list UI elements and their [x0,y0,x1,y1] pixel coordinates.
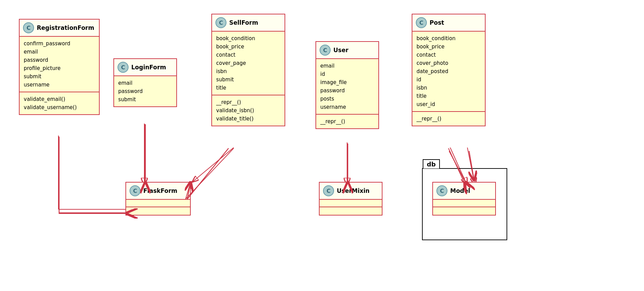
method-validate-username: validate_username() [24,103,95,112]
attr-username: username [24,81,95,89]
attr-email: email [24,48,95,56]
class-post-methods: __repr__() [412,112,485,126]
class-model: C Model [432,182,496,216]
class-model-s2 [433,207,495,215]
class-flaskform-title: FlaskForm [143,187,177,194]
attr-u-email: email [320,62,374,70]
class-model-s1 [433,200,495,207]
method-u-repr: __repr__() [320,117,374,126]
attr-sf-submit: submit [216,75,280,84]
class-registrationform-methods: validate_email() validate_username() [20,92,99,114]
class-registrationform-icon: C [23,22,34,33]
class-user-header: C User [316,42,378,59]
method-sf-validate-title: validate_title() [216,115,280,123]
attr-lf-submit: submit [118,95,172,104]
class-loginform-title: LoginForm [131,64,166,71]
attr-sf-isbn: isbn [216,67,280,75]
attr-sf-book-price: book_price [216,43,280,51]
class-loginform-header: C LoginForm [114,59,176,76]
class-sellform: C SellForm book_condition book_price con… [211,14,285,126]
method-sf-repr: __repr__() [216,98,280,106]
class-usermixin-icon: C [323,185,334,196]
class-model-header: C Model [433,183,495,200]
attr-p-id: id [417,75,481,84]
class-flaskform-header: C FlaskForm [126,183,190,200]
attr-sf-contact: contact [216,51,280,59]
class-user-title: User [333,47,348,54]
class-sellform-header: C SellForm [212,14,285,32]
attr-sf-cover-page: cover_page [216,59,280,67]
class-sellform-title: SellForm [229,19,258,26]
class-registrationform-title: RegistrationForm [37,24,94,31]
class-usermixin-s1 [320,200,382,207]
class-loginform: C LoginForm email password submit [113,58,177,107]
class-flaskform: C FlaskForm [125,182,191,216]
class-flaskform-s1 [126,200,190,207]
attr-submit: submit [24,72,95,81]
class-sellform-icon: C [215,17,226,28]
attr-p-title: title [417,92,481,100]
attr-p-book-condition: book_condition [417,34,481,43]
class-usermixin: C UserMixin [319,182,382,216]
attr-p-date-posted: date_posted [417,67,481,75]
class-post-header: C Post [412,14,485,32]
attr-lf-password: password [118,87,172,95]
attr-p-cover-photo: cover_photo [417,59,481,67]
class-model-icon: C [436,185,447,196]
class-user-methods: __repr__() [316,115,378,128]
method-p-repr: __repr__() [417,115,481,123]
attr-u-posts: posts [320,95,374,103]
attr-u-username: username [320,103,374,111]
attr-profile-picture: profile_picture [24,64,95,72]
attr-p-contact: contact [417,51,481,59]
class-registrationform-header: C RegistrationForm [20,20,99,37]
attr-p-isbn: isbn [417,84,481,92]
class-post-icon: C [416,17,427,28]
class-model-title: Model [450,187,470,194]
attr-p-book-price: book_price [417,43,481,51]
class-flaskform-icon: C [130,185,141,196]
attr-sf-title: title [216,84,280,92]
svg-line-5 [192,148,234,182]
class-post-title: Post [430,19,444,26]
class-loginform-icon: C [118,62,129,73]
diagram-container: C RegistrationForm confirm_password emai… [0,0,644,291]
class-sellform-attrs: book_condition book_price contact cover_… [212,32,285,95]
class-flaskform-s2 [126,207,190,215]
class-user-icon: C [320,45,331,56]
class-usermixin-s2 [320,207,382,215]
class-user: C User email id image_file password post… [315,41,379,129]
db-package-label: db [423,159,440,168]
class-registrationform: C RegistrationForm confirm_password emai… [19,19,100,115]
attr-lf-email: email [118,79,172,87]
class-post-attrs: book_condition book_price contact cover_… [412,32,485,112]
class-usermixin-header: C UserMixin [320,183,382,200]
class-post: C Post book_condition book_price contact… [412,14,486,126]
attr-password: password [24,56,95,64]
class-user-attrs: email id image_file password posts usern… [316,59,378,115]
method-validate-email: validate_email() [24,95,95,103]
method-sf-validate-isbn: validate_isbn() [216,106,280,115]
attr-u-image-file: image_file [320,78,374,86]
class-usermixin-title: UserMixin [337,187,369,194]
attr-u-password: password [320,86,374,95]
class-loginform-attrs: email password submit [114,76,176,106]
attr-p-user-id: user_id [417,100,481,108]
class-registrationform-attrs: confirm_password email password profile_… [20,37,99,92]
class-sellform-methods: __repr__() validate_isbn() validate_titl… [212,95,285,126]
attr-u-id: id [320,70,374,78]
attr-sf-book-condition: book_condition [216,34,280,43]
attr-confirm-password: confirm_password [24,39,95,48]
